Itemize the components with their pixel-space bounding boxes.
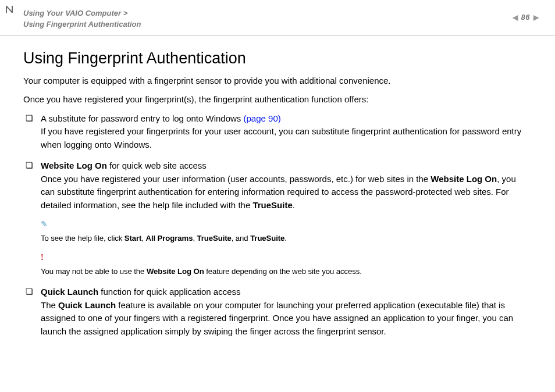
next-page-icon[interactable]: ▶ — [533, 13, 539, 22]
item-body-pre: Once you have registered your user infor… — [41, 174, 431, 184]
item-body-bold: Website Log On — [431, 174, 497, 184]
intro-text-2: Once you have registered your fingerprin… — [23, 93, 532, 106]
prev-page-icon[interactable]: ◀ — [513, 13, 518, 22]
page-content: Using Fingerprint Authentication Your co… — [0, 35, 555, 338]
item-lead: A substitute for password entry to log o… — [41, 113, 244, 123]
note-b: TrueSuite — [250, 234, 284, 243]
item-bold-lead: Quick Launch — [41, 287, 98, 297]
intro-text-1: Your computer is equipped with a fingerp… — [23, 74, 532, 88]
note-end: . — [284, 234, 287, 243]
note-s: , — [193, 234, 197, 243]
item-body-pre: The — [41, 300, 58, 310]
item-bold-lead: Website Log On — [41, 161, 107, 170]
note-info-text: To see the help file, click Start, All P… — [41, 234, 287, 243]
page-nav: ◀ 86 ▶ — [513, 13, 539, 22]
letter-n-icon — [5, 5, 14, 14]
item-after-bold: function for quick application access — [98, 287, 240, 297]
list-item: Quick Launch function for quick applicat… — [23, 286, 532, 338]
warn-post: feature depending on the web site you ac… — [204, 267, 362, 276]
note-info: ✎ To see the help file, click Start, All… — [41, 218, 532, 245]
page-link[interactable]: (page 90) — [244, 113, 281, 123]
note-b: TrueSuite — [197, 234, 232, 243]
note-b: All Programs — [146, 234, 193, 243]
feature-list: A substitute for password entry to log o… — [23, 112, 532, 338]
note-warning: ! You may not be able to use the Website… — [41, 251, 532, 278]
warn-pre: You may not be able to use the — [41, 267, 147, 276]
warn-b: Website Log On — [147, 267, 204, 276]
item-body-bold2: TrueSuite — [252, 200, 292, 210]
breadcrumb-child[interactable]: Using Fingerprint Authentication — [23, 20, 141, 28]
breadcrumb: Using Your VAIO Computer > Using Fingerp… — [23, 8, 141, 30]
note-s: , and — [232, 234, 250, 243]
note-warning-text: You may not be able to use the Website L… — [41, 267, 362, 276]
list-item: A substitute for password entry to log o… — [23, 112, 532, 152]
page-header: Using Your VAIO Computer > Using Fingerp… — [0, 0, 555, 35]
item-body-end: . — [293, 200, 295, 210]
item-after-bold: for quick web site access — [107, 161, 207, 170]
item-body: If you have registered your fingerprints… — [41, 126, 521, 149]
page-title: Using Fingerprint Authentication — [23, 49, 532, 67]
note-s: , — [141, 234, 145, 243]
note-b: Start — [124, 234, 142, 243]
breadcrumb-parent[interactable]: Using Your VAIO Computer — [23, 9, 121, 17]
breadcrumb-separator: > — [123, 9, 128, 17]
page-number: 86 — [521, 13, 530, 22]
item-body-bold: Quick Launch — [58, 300, 116, 310]
warning-icon: ! — [41, 251, 44, 263]
note-pre: To see the help file, click — [41, 234, 124, 243]
pencil-icon: ✎ — [41, 218, 48, 230]
list-item: Website Log On for quick web site access… — [23, 159, 532, 277]
